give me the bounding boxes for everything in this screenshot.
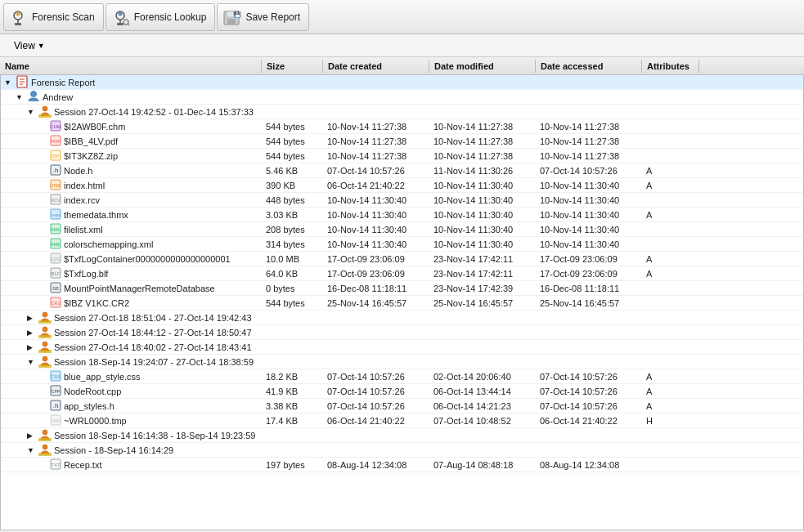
cell-value (263, 361, 324, 363)
col-date-accessed[interactable]: Date accessed (536, 60, 642, 73)
item-label: blue_app_style.css (64, 372, 141, 382)
file-cr2: CR2 (50, 297, 61, 310)
file-txt: TXT (50, 458, 61, 472)
cell-value (643, 229, 700, 230)
cell-value: 08-Aug-14 12:34:08 (324, 459, 430, 471)
list-item[interactable]: XMLfilelist.xml208 bytes10-Nov-14 11:30:… (1, 222, 803, 237)
expand-icon[interactable]: ▶ (27, 431, 38, 440)
cell-value: 17-Oct-09 23:06:09 (324, 268, 430, 279)
svg-text:THMX: THMX (51, 213, 61, 217)
svg-text:LOG: LOG (52, 257, 61, 262)
forensic-lookup-button[interactable]: Forensic Lookup (106, 3, 216, 31)
item-label: index.html (64, 181, 105, 190)
collapse-icon[interactable]: ▼ (27, 446, 38, 454)
cell-value: 25-Nov-14 16:45:57 (537, 297, 643, 309)
svg-text:CR2: CR2 (52, 301, 60, 306)
list-item[interactable]: LOG$TxfLogContainer000000000000000000110… (1, 252, 803, 266)
list-item[interactable]: RCVindex.rcv448 bytes10-Nov-14 11:30:401… (1, 193, 803, 208)
svg-text:RCV: RCV (52, 198, 61, 203)
list-item[interactable]: DBMountPointManagerRemoteDatabase0 bytes… (1, 281, 803, 296)
collapse-icon[interactable]: ▼ (27, 108, 38, 116)
file-tree[interactable]: ▼Forensic Report▼Andrew▼Session 27-Oct-1… (0, 75, 804, 530)
cell-value (324, 111, 430, 113)
cell-value (537, 82, 643, 83)
list-item[interactable]: CR2$IBZ V1KC.CR2544 bytes25-Nov-14 16:45… (1, 296, 803, 311)
cell-value: 3.03 KB (263, 209, 324, 221)
view-menu-button[interactable]: View ▼ (7, 38, 52, 54)
list-item[interactable]: ▼Session - 18-Sep-14 16:14:29 (1, 443, 803, 458)
list-item[interactable]: BLF$TxfLog.blf64.0 KB17-Oct-09 23:06:092… (1, 266, 803, 281)
collapse-icon[interactable]: ▼ (27, 358, 38, 366)
list-item[interactable]: ▼Forensic Report (1, 75, 803, 90)
cell-value (643, 346, 700, 348)
item-label: Andrew (43, 92, 73, 102)
svg-rect-68 (38, 453, 52, 456)
cell-value (263, 82, 324, 83)
item-label: Session - 18-Sep-14 16:14:29 (54, 445, 173, 455)
svg-rect-52 (38, 335, 52, 338)
col-size[interactable]: Size (262, 60, 323, 73)
svg-text:XML: XML (51, 227, 61, 232)
cell-value (643, 126, 700, 127)
list-item[interactable]: .hNode.h5.46 KB07-Oct-14 10:57:2611-Nov-… (1, 163, 803, 178)
list-item[interactable]: HTMLindex.html390 KB06-Oct-14 21:40:2210… (1, 178, 803, 193)
collapse-icon[interactable]: ▼ (4, 78, 16, 87)
cell-value (643, 288, 700, 289)
list-item[interactable]: ▶Session 27-Oct-14 18:40:02 - 27-Oct-14 … (1, 340, 803, 355)
col-date-modified[interactable]: Date modified (429, 60, 536, 73)
cell-value: 10-Nov-14 11:30:40 (537, 224, 643, 235)
session-icon (38, 443, 52, 458)
list-item[interactable]: ▼Session 27-Oct-14 19:42:52 - 01-Dec-14 … (1, 105, 803, 119)
cell-value: 544 bytes (263, 136, 324, 147)
cell-value: 06-Oct-14 21:40:22 (537, 415, 643, 427)
cell-value: A (643, 180, 700, 191)
list-item[interactable]: THMXthemedata.thmx3.03 KB10-Nov-14 11:30… (1, 208, 803, 222)
list-item[interactable]: CHM$I2AWB0F.chm544 bytes10-Nov-14 11:27:… (1, 119, 803, 134)
cell-value: 10.0 MB (263, 253, 324, 265)
list-item[interactable]: TMP~WRL0000.tmp17.4 KB06-Oct-14 21:40:22… (1, 414, 803, 428)
list-item[interactable]: ▶Session 18-Sep-14 16:14:38 - 18-Sep-14 … (1, 428, 803, 443)
col-attributes[interactable]: Attributes (642, 60, 699, 73)
cell-value: 16-Dec-08 11:18:11 (324, 283, 430, 294)
list-item[interactable]: ▼Session 18-Sep-14 19:24:07 - 27-Oct-14 … (1, 355, 803, 369)
cell-value (537, 96, 643, 98)
expand-icon[interactable]: ▶ (27, 343, 38, 351)
list-item[interactable]: ▶Session 27-Oct-18 18:51:04 - 27-Oct-14 … (1, 311, 803, 325)
col-date-created[interactable]: Date created (323, 60, 429, 73)
forensic-scan-button[interactable]: Forensic Scan (3, 3, 104, 31)
list-item[interactable]: ▼Andrew (1, 90, 803, 105)
svg-point-55 (43, 356, 47, 361)
cell-value: A (643, 386, 700, 397)
svg-text:CSS: CSS (51, 374, 61, 379)
cell-value: 544 bytes (263, 297, 324, 309)
expand-icon[interactable]: ▶ (27, 329, 38, 337)
svg-text:TMP: TMP (52, 418, 61, 423)
list-item[interactable]: TXTRecep.txt197 bytes08-Aug-14 12:34:080… (1, 458, 803, 472)
cell-value: 10-Nov-14 11:30:40 (324, 224, 430, 235)
svg-point-51 (43, 327, 47, 332)
list-item[interactable]: XMLcolorschemapping.xml314 bytes10-Nov-1… (1, 237, 803, 252)
file-pdf: PDF (50, 135, 61, 148)
collapse-icon[interactable]: ▼ (16, 93, 27, 101)
toolbar: Forensic Scan Forensic Lookup (0, 0, 804, 34)
scan-icon (8, 7, 28, 27)
save-report-button[interactable]: 💾 Save Report (217, 3, 309, 31)
cell-value: 23-Nov-14 17:42:11 (430, 253, 537, 265)
list-item[interactable]: CPPNodeRoot.cpp41.9 KB07-Oct-14 10:57:26… (1, 384, 803, 399)
list-item[interactable]: PDF$IBB_4LV.pdf544 bytes10-Nov-14 11:27:… (1, 134, 803, 149)
cell-value: 448 bytes (263, 194, 324, 206)
svg-text:ZIP: ZIP (52, 154, 59, 159)
list-item[interactable]: CSSblue_app_style.css18.2 KB07-Oct-14 10… (1, 369, 803, 384)
cell-value: 06-Oct-14 14:21:23 (430, 400, 537, 412)
list-item[interactable]: ▶Session 27-Oct-14 18:44:12 - 27-Oct-14 … (1, 325, 803, 340)
svg-rect-50 (38, 320, 52, 324)
cell-value (430, 96, 537, 98)
cell-value (430, 346, 537, 348)
file-chm: CHM (50, 120, 61, 133)
expand-icon[interactable]: ▶ (27, 314, 38, 322)
cell-value: 5.46 KB (263, 165, 324, 177)
item-label: NodeRoot.cpp (64, 387, 121, 396)
list-item[interactable]: ZIP$IT3KZ8Z.zip544 bytes10-Nov-14 11:27:… (1, 149, 803, 163)
list-item[interactable]: .happ_styles.h3.38 KB07-Oct-14 10:57:260… (1, 399, 803, 414)
col-name[interactable]: Name (0, 60, 262, 73)
